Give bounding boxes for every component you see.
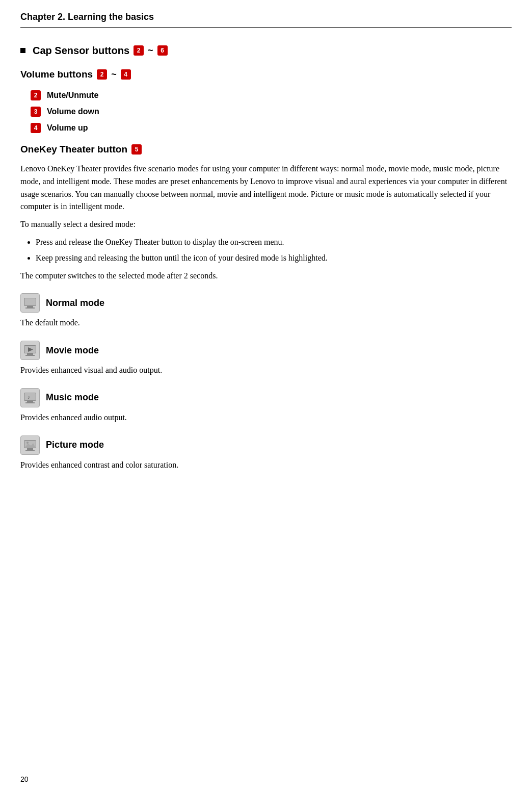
svg-rect-5 xyxy=(27,353,33,355)
cap-sensor-badge-start: 2 xyxy=(134,45,144,56)
normal-mode-icon xyxy=(20,293,40,313)
svg-rect-12 xyxy=(24,393,36,400)
music-mode-title: Music mode xyxy=(46,391,99,404)
volume-items-list: 2 Mute/Unmute 3 Volume down 4 Volume up xyxy=(31,89,512,134)
svg-text:♪: ♪ xyxy=(28,394,30,400)
onekey-title: OneKey Theater button xyxy=(20,142,127,157)
volume-section-heading: Volume buttons 2 ~ 4 xyxy=(20,67,512,82)
movie-mode-header: Movie mode xyxy=(20,341,512,360)
mute-badge: 2 xyxy=(31,90,41,100)
movie-mode-icon xyxy=(20,341,40,360)
list-item: 3 Volume down xyxy=(31,106,512,118)
volume-title: Volume buttons xyxy=(20,67,93,82)
normal-icon-svg xyxy=(23,296,37,310)
svg-rect-16 xyxy=(25,450,35,451)
onekey-paragraph-1: Lenovo OneKey Theater provides five scen… xyxy=(20,163,512,213)
svg-rect-10 xyxy=(27,401,33,402)
svg-rect-11 xyxy=(25,402,35,403)
page-number: 20 xyxy=(20,774,29,785)
picture-icon-svg xyxy=(23,438,37,452)
music-mode-section: ♪ Music mode Provides enhanced audio out… xyxy=(20,388,512,424)
music-mode-desc: Provides enhanced audio output. xyxy=(20,412,512,424)
cap-sensor-badge-end: 6 xyxy=(157,45,168,56)
music-icon-svg: ♪ xyxy=(23,391,37,405)
vol-down-badge: 3 xyxy=(31,107,41,117)
movie-mode-title: Movie mode xyxy=(46,344,99,357)
normal-mode-desc: The default mode. xyxy=(20,317,512,329)
music-mode-header: ♪ Music mode xyxy=(20,388,512,407)
picture-mode-desc: Provides enhanced contrast and color sat… xyxy=(20,459,512,472)
vol-down-label: Volume down xyxy=(47,106,99,118)
page-header: Chapter 2. Learning the basics xyxy=(20,10,512,28)
picture-mode-icon xyxy=(20,435,40,455)
movie-icon-svg xyxy=(23,343,37,357)
svg-rect-2 xyxy=(25,307,35,309)
volume-tilde: ~ xyxy=(111,68,117,82)
mute-label: Mute/Unmute xyxy=(47,89,98,101)
volume-badge-end: 4 xyxy=(121,69,131,80)
svg-rect-6 xyxy=(25,355,35,356)
cap-sensor-section-heading: Cap Sensor buttons 2 ~ 6 xyxy=(20,43,512,58)
volume-badge-start: 2 xyxy=(97,69,107,80)
onekey-bullet-list: Press and release the OneKey Theater but… xyxy=(36,236,512,265)
normal-mode-header: Normal mode xyxy=(20,293,512,313)
picture-mode-title: Picture mode xyxy=(46,438,104,452)
list-item: Keep pressing and releasing the button u… xyxy=(36,252,512,265)
onekey-section-heading: OneKey Theater button 5 xyxy=(20,142,512,157)
svg-rect-3 xyxy=(24,298,36,305)
normal-mode-title: Normal mode xyxy=(46,296,104,310)
list-item: 4 Volume up xyxy=(31,122,512,134)
movie-mode-desc: Provides enhanced visual and audio outpu… xyxy=(20,364,512,377)
list-item: 2 Mute/Unmute xyxy=(31,89,512,101)
bullet-icon xyxy=(20,48,25,53)
chapter-title: Chapter 2. Learning the basics xyxy=(20,12,154,22)
onekey-closing: The computer switches to the selected mo… xyxy=(20,270,512,283)
svg-rect-15 xyxy=(27,448,33,450)
tilde-separator: ~ xyxy=(148,44,153,58)
movie-mode-section: Movie mode Provides enhanced visual and … xyxy=(20,341,512,377)
svg-rect-1 xyxy=(27,306,33,307)
list-item: Press and release the OneKey Theater but… xyxy=(36,236,512,249)
svg-point-18 xyxy=(26,442,29,444)
onekey-paragraph-2: To manually select a desired mode: xyxy=(20,218,512,231)
onekey-badge: 5 xyxy=(131,144,142,155)
music-mode-icon: ♪ xyxy=(20,388,40,407)
picture-mode-section: Picture mode Provides enhanced contrast … xyxy=(20,435,512,472)
normal-mode-section: Normal mode The default mode. xyxy=(20,293,512,329)
vol-up-badge: 4 xyxy=(31,123,41,133)
vol-up-label: Volume up xyxy=(47,122,88,134)
picture-mode-header: Picture mode xyxy=(20,435,512,455)
cap-sensor-title: Cap Sensor buttons xyxy=(33,43,129,58)
